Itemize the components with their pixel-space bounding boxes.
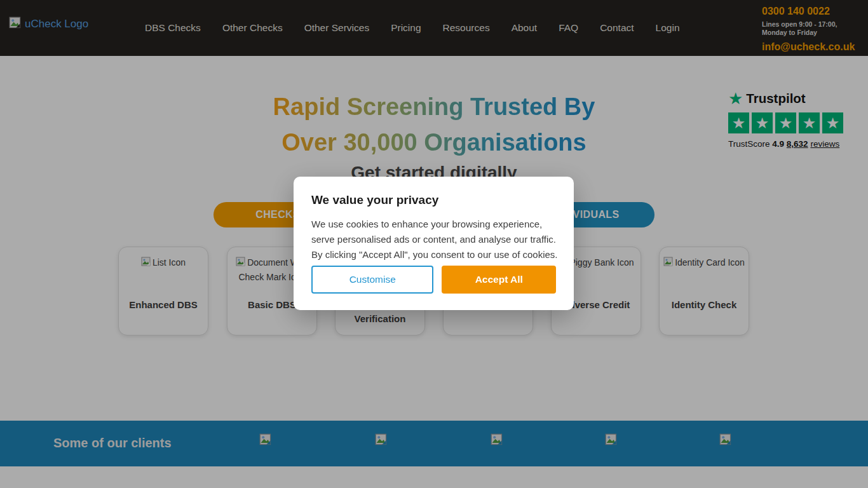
customise-button[interactable]: Customise xyxy=(311,266,433,294)
accept-all-button[interactable]: Accept All xyxy=(442,266,556,294)
cookie-dialog-body: We use cookies to enhance your browsing … xyxy=(311,217,559,262)
cookie-consent-dialog: We value your privacy We use cookies to … xyxy=(294,177,574,310)
cookie-dialog-buttons: Customise Accept All xyxy=(311,266,556,294)
cookie-dialog-title: We value your privacy xyxy=(311,193,556,207)
